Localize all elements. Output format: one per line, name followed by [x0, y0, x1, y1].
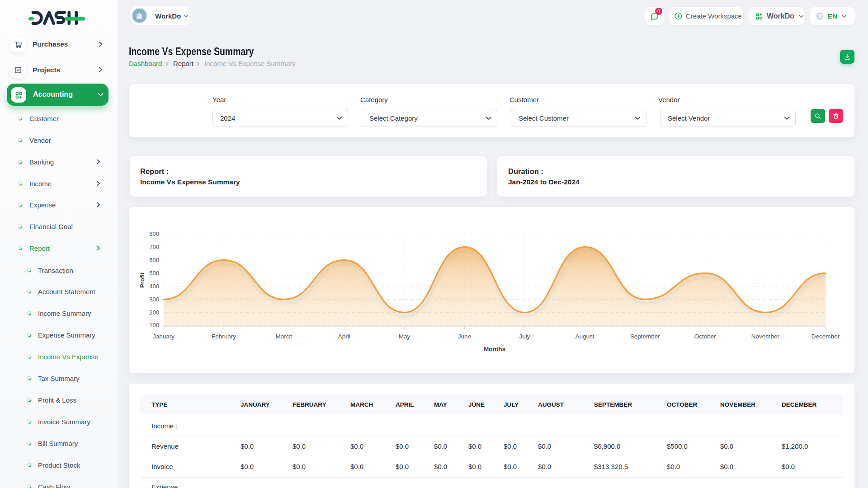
svg-text:September: September	[630, 333, 660, 340]
svg-text:700: 700	[149, 244, 159, 250]
svg-text:May: May	[399, 333, 410, 340]
svg-text:July: July	[519, 333, 530, 340]
svg-text:200: 200	[149, 309, 159, 316]
svg-text:August: August	[576, 333, 594, 340]
svg-text:500: 500	[149, 270, 159, 277]
svg-text:April: April	[338, 333, 350, 340]
svg-text:October: October	[694, 333, 717, 340]
svg-text:January: January	[153, 333, 175, 340]
svg-text:300: 300	[149, 296, 159, 303]
svg-text:February: February	[212, 333, 236, 340]
svg-text:Profit: Profit	[139, 272, 146, 288]
svg-text:November: November	[751, 333, 780, 340]
svg-text:400: 400	[149, 283, 159, 290]
svg-text:March: March	[275, 333, 292, 340]
svg-text:600: 600	[149, 257, 159, 263]
svg-text:800: 800	[149, 230, 159, 237]
svg-text:December: December	[811, 333, 840, 340]
svg-text:June: June	[458, 333, 471, 340]
svg-text:Months: Months	[484, 346, 505, 352]
svg-text:100: 100	[149, 322, 159, 328]
